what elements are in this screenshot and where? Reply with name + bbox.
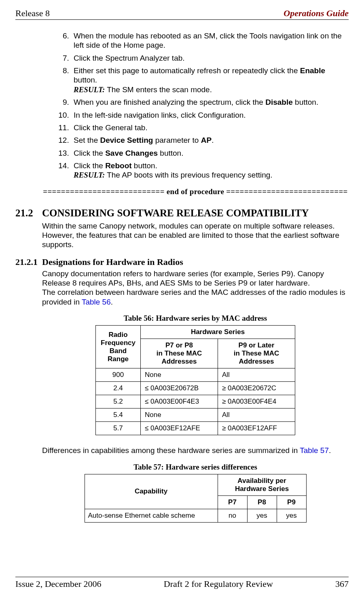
t57-cap: Auto-sense Ethernet cable scheme (85, 509, 218, 522)
table-57-link[interactable]: Table 57 (300, 446, 329, 455)
t56-col2: P9 or Laterin These MAC Addresses (218, 339, 295, 368)
procedure-step: Either set this page to automatically re… (71, 66, 349, 94)
heading-title: Designations for Hardware in Radios (42, 257, 183, 267)
footer-page-number: 367 (335, 579, 349, 589)
t56-c1: None (141, 368, 218, 382)
procedure-step: Click the Spectrum Analyzer tab. (71, 53, 349, 63)
table-56-link[interactable]: Table 56 (82, 298, 111, 306)
header-right: Operations Guide (284, 8, 349, 19)
t57-p7: P7 (218, 495, 247, 509)
procedure-step: When the module has rebooted as an SM, c… (71, 31, 349, 50)
t57-p7: no (218, 509, 247, 522)
t57-p9: yes (277, 509, 306, 522)
t56-rf: 5.4 (96, 409, 141, 422)
t57-colgroup: Availability per Hardware Series (218, 474, 306, 495)
t57-p9: P9 (277, 495, 306, 509)
t56-c1: None (141, 409, 218, 422)
para-post: . (111, 298, 113, 306)
procedure-step: In the left-side navigation links, click… (71, 110, 349, 120)
table-row: 5.2≤ 0A003E00F4E3≥ 0A003E00F4E4 (96, 395, 295, 409)
heading-number: 21.2 (15, 207, 42, 219)
table-row: 900NoneAll (96, 368, 295, 382)
table-row: 2.4≤ 0A003E20672B≥ 0A003E20672C (96, 382, 295, 395)
table-56: RadioFrequencyBandRange Hardware Series … (95, 325, 295, 435)
heading-number: 21.2.1 (15, 257, 42, 267)
procedure-step: When you are finished analyzing the spec… (71, 97, 349, 107)
section-21-2-1-para: Canopy documentation refers to hardware … (42, 269, 349, 307)
t56-c2: ≥ 0A003E20672C (218, 382, 295, 395)
page-footer: Issue 2, December 2006 Draft 2 for Regul… (15, 577, 349, 589)
heading-21-2: 21.2CONSIDERING SOFTWARE RELEASE COMPATI… (15, 207, 349, 219)
table-56-caption: Table 56: Hardware series by MAC address (42, 314, 349, 323)
table-row: 5.7≤ 0A003EF12AFE≥ 0A003EF12AFF (96, 422, 295, 435)
t56-c1: ≤ 0A003E20672B (141, 382, 218, 395)
end-of-procedure: =========================== end of proce… (42, 187, 349, 196)
procedure-step: Set the Device Setting parameter to AP. (71, 135, 349, 145)
t57-p8: yes (247, 509, 277, 522)
procedure-step: Click the Reboot button.RESULT: The AP b… (71, 161, 349, 180)
t56-c2: All (218, 368, 295, 382)
table-row: Auto-sense Ethernet cable schemenoyesyes (85, 509, 306, 522)
t56-rf: 2.4 (96, 382, 141, 395)
heading-21-2-1: 21.2.1Designations for Hardware in Radio… (15, 257, 349, 267)
t56-rf: 5.2 (96, 395, 141, 409)
procedure-step: Click the Save Changes button. (71, 148, 349, 158)
section-21-2-para: Within the same Canopy network, modules … (42, 221, 349, 250)
table-57: Capability Availability per Hardware Ser… (85, 474, 307, 523)
t56-rf: 5.7 (96, 422, 141, 435)
table-row: 5.4NoneAll (96, 409, 295, 422)
t56-c1: ≤ 0A003EF12AFE (141, 422, 218, 435)
procedure-list: When the module has rebooted as an SM, c… (42, 31, 349, 180)
t56-col0: RadioFrequencyBandRange (96, 326, 141, 368)
t56-c2: All (218, 409, 295, 422)
t56-c2: ≥ 0A003EF12AFF (218, 422, 295, 435)
footer-left: Issue 2, December 2006 (15, 579, 102, 589)
heading-title: CONSIDERING SOFTWARE RELEASE COMPATIBILI… (42, 207, 309, 218)
page-header: Release 8 Operations Guide (15, 8, 349, 20)
procedure-step: Click the General tab. (71, 123, 349, 132)
footer-mid: Draft 2 for Regulatory Review (102, 579, 335, 589)
para-text: Differences in capabilities among these … (42, 446, 300, 455)
header-left: Release 8 (15, 8, 50, 19)
table-57-caption: Table 57: Hardware series differences (42, 463, 349, 472)
t56-colgroup: Hardware Series (141, 326, 295, 339)
t57-p8: P8 (247, 495, 277, 509)
differences-para: Differences in capabilities among these … (42, 446, 349, 455)
t56-c1: ≤ 0A003E00F4E3 (141, 395, 218, 409)
para-post: . (329, 446, 331, 455)
t56-rf: 900 (96, 368, 141, 382)
t57-col0: Capability (85, 474, 218, 509)
t56-c2: ≥ 0A003E00F4E4 (218, 395, 295, 409)
t56-col1: P7 or P8in These MAC Addresses (141, 339, 218, 368)
